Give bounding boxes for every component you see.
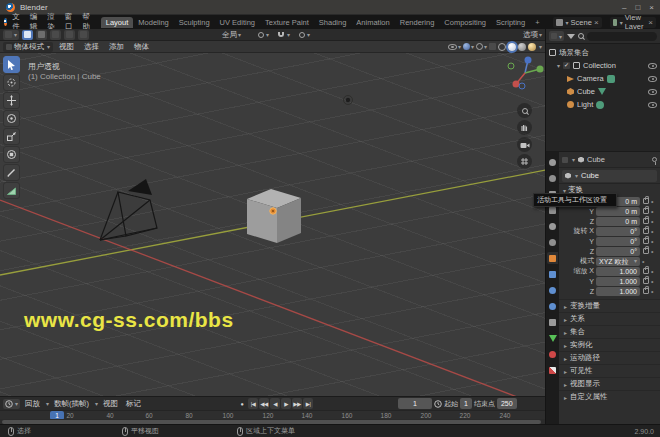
location-z-field[interactable]: 0 m [596, 217, 640, 226]
outliner-row-cube[interactable]: Cube [564, 85, 660, 98]
outliner-row-scene-collection[interactable]: 场景集合 [546, 46, 660, 59]
shading-material-button[interactable] [518, 43, 526, 51]
animate-dot-icon[interactable]: • [651, 228, 653, 235]
tab-uv-editing[interactable]: UV Editing [215, 17, 260, 28]
view-layer-remove-icon[interactable]: × [648, 18, 653, 27]
lock-icon[interactable] [643, 198, 649, 204]
tab-shading[interactable]: Shading [314, 17, 352, 28]
tab-modifiers[interactable] [547, 268, 558, 280]
viewport-3d[interactable]: 用户透视 (1) Collection | Cube www.cg-ss.com… [0, 53, 545, 396]
pivot-dropdown[interactable] [258, 30, 269, 39]
tab-scene[interactable] [547, 220, 558, 232]
outliner-search-input[interactable] [587, 32, 657, 41]
lock-icon[interactable] [643, 228, 649, 234]
animate-dot-icon[interactable]: • [651, 238, 653, 245]
proportional-editing-dropdown[interactable] [299, 30, 310, 39]
tab-animation[interactable]: Animation [351, 17, 394, 28]
scene-selector[interactable]: Scene × [553, 17, 602, 28]
select-mode-subtract[interactable] [64, 30, 75, 40]
options-dropdown[interactable]: 选项 [523, 30, 542, 40]
lock-icon[interactable] [643, 218, 649, 224]
prev-keyframe-button[interactable]: ◀◀ [259, 398, 269, 409]
tab-physics[interactable] [547, 300, 558, 312]
select-mode-new[interactable] [36, 30, 47, 40]
eye-icon[interactable] [648, 63, 657, 69]
eye-icon[interactable] [648, 102, 657, 108]
tab-sculpting[interactable]: Sculpting [174, 17, 215, 28]
annotate-tool[interactable] [3, 164, 20, 181]
measure-tool[interactable] [3, 182, 20, 199]
tab-material[interactable] [547, 348, 558, 360]
scene-unlink-icon[interactable]: × [594, 18, 599, 27]
pan-view-button[interactable] [517, 120, 532, 135]
close-button[interactable]: × [649, 3, 654, 12]
lock-icon[interactable] [643, 268, 649, 274]
scale-x-field[interactable]: 1.000 [596, 267, 640, 276]
menu-playback[interactable]: 回放 [22, 399, 43, 409]
mode-dropdown[interactable]: 物体模式 [3, 42, 53, 52]
tab-modeling[interactable]: Modeling [133, 17, 173, 28]
camera-view-button[interactable] [517, 137, 532, 152]
view-layer-selector[interactable]: View Layer × [610, 17, 656, 28]
zoom-view-button[interactable] [517, 103, 532, 118]
rotation-x-field[interactable]: 0° [596, 227, 640, 236]
animate-dot-icon[interactable]: • [651, 268, 653, 275]
orientation-dropdown[interactable]: 全局 [222, 30, 241, 40]
minimize-button[interactable]: – [622, 3, 626, 12]
object-name-field[interactable]: Cube [562, 170, 657, 182]
section-instancing[interactable]: 实例化 [559, 338, 660, 351]
outliner-row-collection[interactable]: ▾ ✓ Collection [554, 59, 660, 72]
current-frame-field[interactable]: 1 [398, 398, 432, 409]
search-icon[interactable] [578, 33, 584, 39]
scale-z-field[interactable]: 1.000 [596, 287, 640, 296]
editor-type-button[interactable] [3, 30, 19, 40]
outliner-row-light[interactable]: Light [564, 98, 660, 111]
animate-dot-icon[interactable]: • [651, 248, 653, 255]
transform-tool[interactable] [3, 146, 20, 163]
animate-dot-icon[interactable]: • [651, 198, 653, 205]
tab-render[interactable] [547, 172, 558, 184]
select-mode-intersect[interactable] [78, 30, 89, 40]
gizmo-dropdown[interactable] [463, 42, 474, 51]
outliner-row-camera[interactable]: Camera [564, 72, 660, 85]
tab-constraints[interactable] [547, 316, 558, 328]
section-visibility[interactable]: 可见性 [559, 364, 660, 377]
shading-solid-button[interactable] [508, 43, 516, 51]
tab-compositing[interactable]: Compositing [439, 17, 491, 28]
section-custom-properties[interactable]: 自定义属性 [559, 390, 660, 403]
tab-texture[interactable] [547, 364, 558, 376]
animate-dot-icon[interactable]: • [651, 288, 653, 295]
eye-icon[interactable] [648, 76, 657, 82]
perspective-toggle-button[interactable] [517, 154, 532, 169]
animate-dot-icon[interactable]: • [642, 258, 644, 265]
collection-checkbox[interactable]: ✓ [563, 62, 570, 69]
auto-keying-button[interactable]: ● [237, 398, 247, 409]
move-tool[interactable] [3, 92, 20, 109]
menu-keying[interactable]: 数帧(插帧) [51, 399, 92, 409]
tab-particles[interactable] [547, 284, 558, 296]
shading-rendered-button[interactable] [528, 43, 536, 51]
timeline-editor-type-button[interactable] [3, 399, 20, 409]
tab-add-workspace[interactable]: + [530, 17, 544, 28]
tab-object-data[interactable] [547, 332, 558, 344]
scale-y-field[interactable]: 1.000 [596, 277, 640, 286]
section-collections[interactable]: 集合 [559, 325, 660, 338]
lock-icon[interactable] [643, 278, 649, 284]
menu-view[interactable]: 视图 [55, 42, 78, 52]
pin-icon[interactable] [652, 157, 657, 162]
menu-marker[interactable]: 标记 [123, 399, 144, 409]
rotation-mode-dropdown[interactable]: XYZ 欧拉 [596, 257, 640, 266]
tab-world[interactable] [547, 236, 558, 248]
animate-dot-icon[interactable]: • [651, 208, 653, 215]
rotate-tool[interactable] [3, 110, 20, 127]
animate-dot-icon[interactable]: • [651, 218, 653, 225]
maximize-button[interactable]: □ [635, 3, 640, 12]
tab-rendering[interactable]: Rendering [395, 17, 440, 28]
section-relations[interactable]: 关系 [559, 312, 660, 325]
shading-wireframe-button[interactable] [498, 43, 506, 51]
menu-object[interactable]: 物体 [130, 42, 153, 52]
tab-scripting[interactable]: Scripting [491, 17, 530, 28]
rotation-y-field[interactable]: 0° [596, 237, 640, 246]
play-reverse-button[interactable]: ◀ [270, 398, 280, 409]
tab-texture-paint[interactable]: Texture Paint [260, 17, 314, 28]
